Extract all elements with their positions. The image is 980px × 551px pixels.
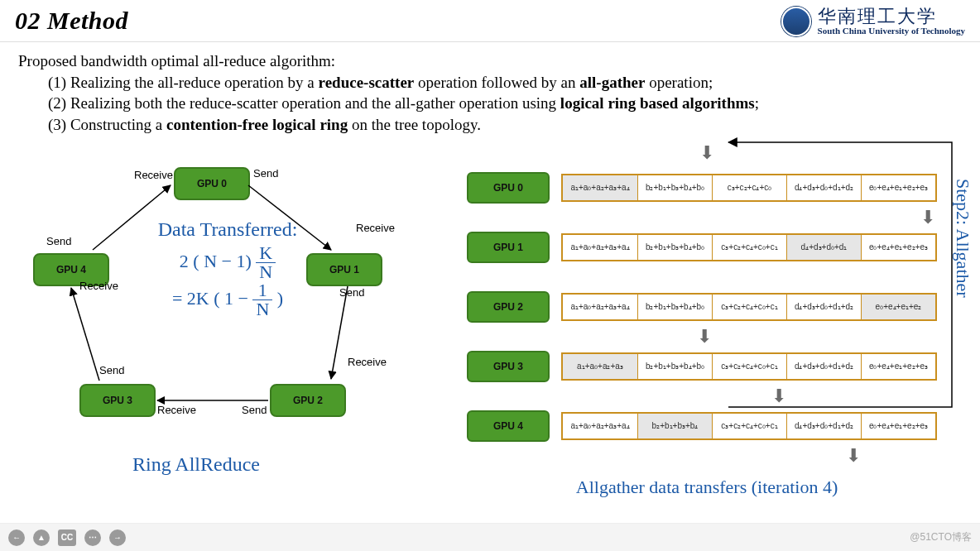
university-branding: 华南理工大学 South China University of Technol… xyxy=(781,7,965,36)
formula-title: Data Transferred: xyxy=(120,218,335,241)
formula: Data Transferred: 2 ( N − 1) KN = 2K ( 1… xyxy=(120,218,335,319)
data-cell: d₄+d₃+d₀+d₁+d₂ xyxy=(786,175,861,200)
step2-label: Step2: Allgather xyxy=(952,174,973,303)
data-cell: b₂+b₁+b₃+b₄+b₀ xyxy=(637,354,712,379)
allgather-row: GPU 0a₁+a₀+a₂+a₃+a₄b₂+b₁+b₃+b₄+b₀c₃+c₂+c… xyxy=(467,172,947,204)
down-arrow-icon: ⬇ xyxy=(920,207,935,228)
data-cells: a₁+a₀+a₂+a₃+a₄b₂+b₁+b₃+b₄+b₀c₃+c₂+c₄+c₀d… xyxy=(561,174,937,202)
data-cell: a₁+a₀+a₂+a₃+a₄ xyxy=(563,295,637,319)
point-1: (1) Realizing the all-reduce operation b… xyxy=(18,72,962,93)
slide-title: 02 Method xyxy=(15,7,128,35)
down-arrow-icon: ⬇ xyxy=(699,142,714,163)
data-cell: d₄+d₃+d₀+d₁+d₂ xyxy=(786,295,861,319)
allgather-row: GPU 1a₁+a₀+a₂+a₃+a₄b₂+b₁+b₃+b₄+b₀c₃+c₂+c… xyxy=(467,232,947,263)
intro-lead: Proposed bandwidth optimal all-reduce al… xyxy=(18,50,962,72)
data-cell: d₄+d₃+d₀+d₁+d₂ xyxy=(786,414,861,438)
data-cell: c₃+c₂+c₄+c₀+c₁ xyxy=(712,295,786,319)
university-name-en: South China University of Technology xyxy=(818,26,965,36)
data-cell: e₀+e₄+e₁+e₂ xyxy=(861,295,935,319)
intro-text: Proposed bandwidth optimal all-reduce al… xyxy=(0,42,980,139)
gpu-label: GPU 3 xyxy=(467,351,550,382)
slide-page: 02 Method 华南理工大学 South China University … xyxy=(0,0,980,521)
data-cells: a₁+a₀+a₂+a₃b₂+b₁+b₃+b₄+b₀c₃+c₂+c₄+c₀+c₁d… xyxy=(561,352,937,381)
allgather-row: GPU 4a₁+a₀+a₂+a₃+a₄b₂+b₁+b₃+b₄c₃+c₂+c₄+c… xyxy=(467,410,947,442)
university-logo-icon xyxy=(781,7,811,36)
send-label: Send xyxy=(242,404,267,416)
recv-label: Receive xyxy=(79,280,118,292)
data-cell: d₄+d₃+d₀+d₁+d₂ xyxy=(786,354,861,379)
ring-caption: Ring AllReduce xyxy=(132,453,260,476)
gpu-label: GPU 1 xyxy=(467,232,550,263)
down-arrow-icon: ⬇ xyxy=(846,445,861,467)
data-cell: e₀+e₄+e₁+e₂+e₃ xyxy=(861,175,935,200)
data-cells: a₁+a₀+a₂+a₃+a₄b₂+b₁+b₃+b₄+b₀c₃+c₂+c₄+c₀+… xyxy=(561,293,937,321)
down-arrow-icon: ⬇ xyxy=(771,386,786,407)
recv-label: Receive xyxy=(134,169,173,181)
send-label: Send xyxy=(253,167,278,180)
data-cell: e₀+e₄+e₁+e₂+e₃ xyxy=(861,414,935,438)
gpu0-node: GPU 0 xyxy=(174,167,250,200)
formula-line-2: 2 ( N − 1) KN xyxy=(120,244,335,281)
svg-line-3 xyxy=(71,288,99,381)
recv-label: Receive xyxy=(348,356,387,368)
down-arrow-icon: ⬇ xyxy=(697,326,712,347)
gpu3-node: GPU 3 xyxy=(79,384,156,417)
data-cell: c₃+c₂+c₄+c₀ xyxy=(712,175,786,200)
allgather-row: GPU 2a₁+a₀+a₂+a₃+a₄b₂+b₁+b₃+b₄+b₀c₃+c₂+c… xyxy=(467,291,947,323)
data-cell: e₀+e₄+e₁+e₂+e₃ xyxy=(861,235,935,260)
gpu-label: GPU 2 xyxy=(467,291,550,323)
point-3: (3) Constructing a contention-free logic… xyxy=(18,114,962,136)
send-label: Send xyxy=(46,235,71,247)
data-cell: a₁+a₀+a₂+a₃+a₄ xyxy=(563,175,637,200)
header: 02 Method 华南理工大学 South China University … xyxy=(0,0,980,42)
point-2: (2) Realizing both the reduce-scatter op… xyxy=(18,93,962,114)
send-label: Send xyxy=(339,286,364,299)
data-cell: a₁+a₀+a₂+a₃+a₄ xyxy=(563,414,637,438)
gpu2-node: GPU 2 xyxy=(270,384,346,417)
send-label: Send xyxy=(99,364,124,376)
gpu-label: GPU 4 xyxy=(467,410,550,442)
diagram-stage: GPU 0 GPU 1 GPU 2 GPU 3 GPU 4 Receive Se… xyxy=(0,139,980,486)
allgather-caption: Allgather data transfers (iteration 4) xyxy=(467,477,947,498)
data-cell: b₂+b₁+b₃+b₄+b₀ xyxy=(637,295,712,319)
recv-label: Receive xyxy=(356,222,395,234)
data-cell: d₄+d₃+d₀+d₁ xyxy=(786,235,861,260)
data-cells: a₁+a₀+a₂+a₃+a₄b₂+b₁+b₃+b₄c₃+c₂+c₄+c₀+c₁d… xyxy=(561,412,937,440)
data-cell: b₂+b₁+b₃+b₄+b₀ xyxy=(637,175,712,200)
data-cell: b₂+b₁+b₃+b₄+b₀ xyxy=(637,235,712,260)
allgather-row: GPU 3a₁+a₀+a₂+a₃b₂+b₁+b₃+b₄+b₀c₃+c₂+c₄+c… xyxy=(467,351,947,382)
gpu-label: GPU 0 xyxy=(467,172,550,204)
university-name-zh: 华南理工大学 xyxy=(818,7,965,26)
data-cell: e₀+e₄+e₁+e₂+e₃ xyxy=(861,354,935,379)
data-cell: a₁+a₀+a₂+a₃+a₄ xyxy=(563,235,637,260)
data-cell: c₃+c₂+c₄+c₀+c₁ xyxy=(712,414,786,438)
data-cell: a₁+a₀+a₂+a₃ xyxy=(563,354,637,379)
allgather-diagram: ⬇ GPU 0a₁+a₀+a₂+a₃+a₄b₂+b₁+b₃+b₄+b₀c₃+c₂… xyxy=(467,142,947,498)
data-cell: c₃+c₂+c₄+c₀+c₁ xyxy=(712,354,786,379)
formula-line-3: = 2K ( 1 − 1N ) xyxy=(120,281,335,319)
data-cell: b₂+b₁+b₃+b₄ xyxy=(637,414,712,438)
data-cells: a₁+a₀+a₂+a₃+a₄b₂+b₁+b₃+b₄+b₀c₃+c₂+c₄+c₀+… xyxy=(561,233,937,261)
data-cell: c₃+c₂+c₄+c₀+c₁ xyxy=(712,235,786,260)
recv-label: Receive xyxy=(157,404,196,416)
